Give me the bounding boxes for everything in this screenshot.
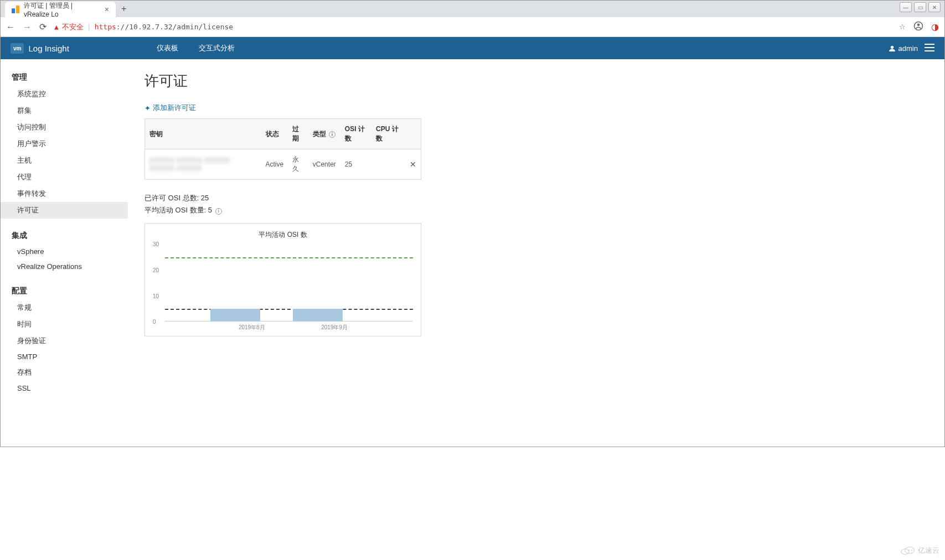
- sidebar-item-time[interactable]: 时间: [1, 316, 128, 333]
- nav-dashboard[interactable]: 仪表板: [147, 37, 188, 59]
- th-type: 类型 i: [308, 119, 340, 149]
- y-tick: 0: [153, 319, 156, 325]
- license-osi: 25: [340, 149, 371, 180]
- svg-rect-1: [16, 6, 19, 13]
- sidebar-section-integrate: 集成: [1, 226, 128, 244]
- table-row: XXXXX-XXXXX-XXXXX-XXXXX-XXXXX Active 永久 …: [145, 149, 421, 180]
- nav-forward-button[interactable]: →: [23, 22, 32, 32]
- sidebar-item-smtp[interactable]: SMTP: [1, 349, 128, 364]
- sidebar-item-monitor[interactable]: 系统监控: [1, 86, 128, 102]
- page-title: 许可证: [144, 71, 928, 91]
- warning-icon: ▲: [54, 23, 59, 31]
- sidebar-item-archive[interactable]: 存档: [1, 364, 128, 381]
- new-tab-button[interactable]: +: [116, 4, 132, 14]
- svg-rect-0: [12, 8, 15, 13]
- add-license-link[interactable]: ✦ 添加新许可证: [144, 103, 196, 113]
- sidebar-item-hosts[interactable]: 主机: [1, 152, 128, 169]
- sidebar-item-alerts[interactable]: 用户警示: [1, 136, 128, 152]
- th-osi: OSI 计数: [340, 119, 371, 149]
- th-cpu: CPU 计数: [371, 119, 405, 149]
- sidebar-section-manage: 管理: [1, 68, 128, 86]
- window-maximize-icon[interactable]: ▭: [914, 2, 926, 12]
- avg-active: 5: [208, 206, 212, 214]
- user-icon: [889, 45, 896, 52]
- info-icon[interactable]: i: [329, 131, 335, 138]
- y-tick: 20: [153, 267, 159, 273]
- bookmark-icon[interactable]: ☆: [899, 23, 906, 31]
- tab-favicon-icon: [12, 6, 19, 13]
- browser-tab-bar: 许可证 | 管理员 | vRealize Lo × +: [1, 1, 944, 17]
- window-minimize-icon[interactable]: —: [900, 2, 912, 12]
- window-controls: — ▭ ✕: [900, 2, 941, 12]
- threshold-line: [165, 257, 413, 258]
- browser-tab[interactable]: 许可证 | 管理员 | vRealize Lo ×: [5, 2, 116, 17]
- th-status: 状态: [261, 119, 288, 149]
- app-brand: Log Insight: [28, 44, 69, 53]
- vmware-logo-icon: vm: [11, 43, 24, 54]
- tab-close-icon[interactable]: ×: [105, 5, 109, 14]
- sidebar-item-forwarding[interactable]: 事件转发: [1, 185, 128, 202]
- main-content: 许可证 ✦ 添加新许可证 密钥 状态 过期 类型 i OSI 计数 CPU 计数: [128, 59, 944, 447]
- license-key: XXXXX-XXXXX-XXXXX-XXXXX-XXXXX: [149, 157, 233, 172]
- sidebar-item-vrops[interactable]: vRealize Operations: [1, 259, 128, 274]
- osi-chart: 平均活动 OSI 数 0102030 2019年8月2019年9月: [144, 223, 421, 336]
- y-tick: 10: [153, 293, 159, 299]
- y-tick: 30: [153, 241, 159, 247]
- info-icon[interactable]: i: [215, 208, 222, 215]
- sidebar-item-agents[interactable]: 代理: [1, 169, 128, 185]
- avg-line: [165, 309, 413, 310]
- url-path: ://10.92.7.32/admin/license: [116, 23, 233, 31]
- sidebar: 管理 系统监控 群集 访问控制 用户警示 主机 代理 事件转发 许可证 集成 v…: [1, 59, 128, 447]
- address-bar: ← → ⟳ ▲ 不安全 | https://10.92.7.32/admin/l…: [1, 17, 944, 37]
- user-name: admin: [898, 44, 918, 53]
- chart-title: 平均活动 OSI 数: [153, 230, 413, 240]
- sidebar-item-access[interactable]: 访问控制: [1, 119, 128, 136]
- hamburger-icon[interactable]: [925, 44, 934, 53]
- th-expire: 过期: [288, 119, 308, 149]
- license-table: 密钥 状态 过期 类型 i OSI 计数 CPU 计数 XXXXX-XXXXX-…: [144, 118, 421, 180]
- window-close-icon[interactable]: ✕: [928, 2, 941, 12]
- tab-title: 许可证 | 管理员 | vRealize Lo: [24, 1, 98, 18]
- extension-icon[interactable]: ◑: [931, 22, 939, 32]
- nav-interactive[interactable]: 交互式分析: [189, 37, 245, 59]
- license-summary: 已许可 OSI 总数: 25 平均活动 OSI 数量: 5 i: [144, 192, 928, 216]
- chart-bar: [210, 309, 260, 322]
- th-key: 密钥: [145, 119, 261, 149]
- sidebar-item-ssl[interactable]: SSL: [1, 381, 128, 396]
- user-menu[interactable]: admin: [889, 44, 918, 53]
- license-status: Active: [261, 149, 288, 180]
- sidebar-item-license[interactable]: 许可证: [1, 202, 128, 219]
- license-expire: 永久: [288, 149, 308, 180]
- nav-back-button[interactable]: ←: [6, 22, 15, 32]
- profile-icon[interactable]: [913, 21, 923, 33]
- sidebar-item-general[interactable]: 常规: [1, 299, 128, 316]
- x-label: 2019年8月: [210, 322, 293, 331]
- svg-point-3: [917, 24, 920, 27]
- license-cpu: [371, 149, 405, 180]
- svg-point-4: [890, 45, 893, 48]
- license-type: vCenter: [308, 149, 340, 180]
- sidebar-item-cluster[interactable]: 群集: [1, 102, 128, 119]
- delete-license-button[interactable]: ✕: [405, 149, 421, 180]
- url-scheme: https: [95, 23, 116, 31]
- chart-bar: [293, 309, 343, 322]
- sidebar-section-config: 配置: [1, 282, 128, 299]
- unsafe-label: 不安全: [62, 22, 84, 32]
- nav-reload-button[interactable]: ⟳: [39, 22, 47, 32]
- url-input[interactable]: ▲ 不安全 | https://10.92.7.32/admin/license: [54, 22, 891, 32]
- plus-icon: ✦: [144, 104, 151, 112]
- sidebar-item-auth[interactable]: 身份验证: [1, 333, 128, 349]
- x-label: 2019年9月: [293, 322, 375, 331]
- app-header: vm Log Insight 仪表板 交互式分析 admin: [1, 37, 944, 59]
- licensed-total: 25: [201, 194, 209, 202]
- sidebar-item-vsphere[interactable]: vSphere: [1, 244, 128, 259]
